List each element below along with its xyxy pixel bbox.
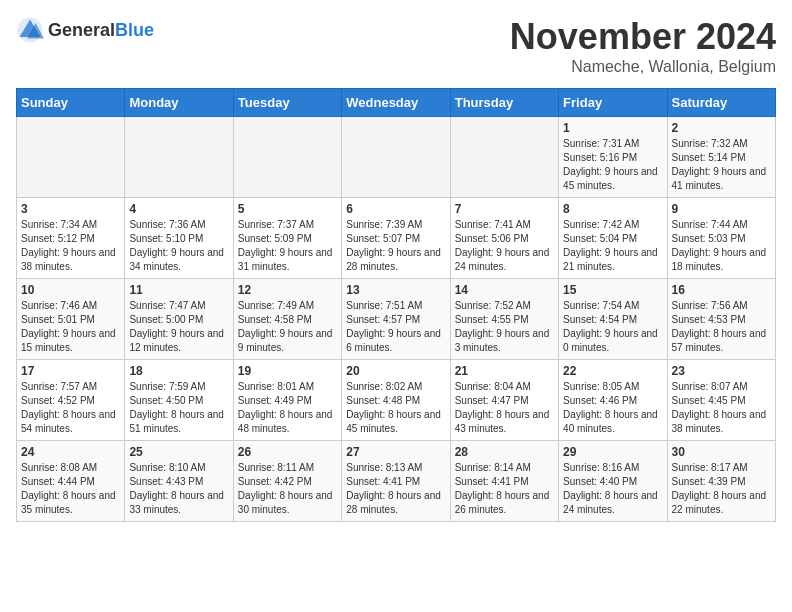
day-cell — [125, 117, 233, 198]
day-cell: 3Sunrise: 7:34 AM Sunset: 5:12 PM Daylig… — [17, 198, 125, 279]
day-cell: 23Sunrise: 8:07 AM Sunset: 4:45 PM Dayli… — [667, 360, 775, 441]
header-monday: Monday — [125, 89, 233, 117]
day-number: 14 — [455, 283, 554, 297]
day-number: 23 — [672, 364, 771, 378]
day-info: Sunrise: 7:52 AM Sunset: 4:55 PM Dayligh… — [455, 299, 554, 355]
day-number: 17 — [21, 364, 120, 378]
day-cell: 15Sunrise: 7:54 AM Sunset: 4:54 PM Dayli… — [559, 279, 667, 360]
day-cell: 8Sunrise: 7:42 AM Sunset: 5:04 PM Daylig… — [559, 198, 667, 279]
day-cell: 2Sunrise: 7:32 AM Sunset: 5:14 PM Daylig… — [667, 117, 775, 198]
day-cell: 14Sunrise: 7:52 AM Sunset: 4:55 PM Dayli… — [450, 279, 558, 360]
day-number: 25 — [129, 445, 228, 459]
day-info: Sunrise: 7:32 AM Sunset: 5:14 PM Dayligh… — [672, 137, 771, 193]
day-cell: 19Sunrise: 8:01 AM Sunset: 4:49 PM Dayli… — [233, 360, 341, 441]
page-header: GeneralBlue November 2024 Nameche, Wallo… — [16, 16, 776, 76]
day-number: 19 — [238, 364, 337, 378]
day-number: 26 — [238, 445, 337, 459]
day-number: 9 — [672, 202, 771, 216]
day-cell: 5Sunrise: 7:37 AM Sunset: 5:09 PM Daylig… — [233, 198, 341, 279]
day-info: Sunrise: 7:57 AM Sunset: 4:52 PM Dayligh… — [21, 380, 120, 436]
day-cell: 30Sunrise: 8:17 AM Sunset: 4:39 PM Dayli… — [667, 441, 775, 522]
day-info: Sunrise: 7:49 AM Sunset: 4:58 PM Dayligh… — [238, 299, 337, 355]
day-number: 5 — [238, 202, 337, 216]
day-info: Sunrise: 7:42 AM Sunset: 5:04 PM Dayligh… — [563, 218, 662, 274]
day-number: 20 — [346, 364, 445, 378]
logo-icon — [16, 16, 44, 44]
day-cell: 21Sunrise: 8:04 AM Sunset: 4:47 PM Dayli… — [450, 360, 558, 441]
header-thursday: Thursday — [450, 89, 558, 117]
header-sunday: Sunday — [17, 89, 125, 117]
day-info: Sunrise: 8:08 AM Sunset: 4:44 PM Dayligh… — [21, 461, 120, 517]
day-cell — [450, 117, 558, 198]
day-info: Sunrise: 7:39 AM Sunset: 5:07 PM Dayligh… — [346, 218, 445, 274]
day-number: 27 — [346, 445, 445, 459]
day-info: Sunrise: 8:02 AM Sunset: 4:48 PM Dayligh… — [346, 380, 445, 436]
logo: GeneralBlue — [16, 16, 154, 44]
day-info: Sunrise: 8:07 AM Sunset: 4:45 PM Dayligh… — [672, 380, 771, 436]
day-info: Sunrise: 8:04 AM Sunset: 4:47 PM Dayligh… — [455, 380, 554, 436]
header-wednesday: Wednesday — [342, 89, 450, 117]
calendar-table: SundayMondayTuesdayWednesdayThursdayFrid… — [16, 88, 776, 522]
header-tuesday: Tuesday — [233, 89, 341, 117]
day-info: Sunrise: 7:56 AM Sunset: 4:53 PM Dayligh… — [672, 299, 771, 355]
day-info: Sunrise: 7:44 AM Sunset: 5:03 PM Dayligh… — [672, 218, 771, 274]
day-number: 22 — [563, 364, 662, 378]
week-row-0: 1Sunrise: 7:31 AM Sunset: 5:16 PM Daylig… — [17, 117, 776, 198]
day-number: 28 — [455, 445, 554, 459]
day-cell: 24Sunrise: 8:08 AM Sunset: 4:44 PM Dayli… — [17, 441, 125, 522]
day-cell — [233, 117, 341, 198]
day-cell — [342, 117, 450, 198]
day-number: 11 — [129, 283, 228, 297]
day-number: 3 — [21, 202, 120, 216]
day-cell: 17Sunrise: 7:57 AM Sunset: 4:52 PM Dayli… — [17, 360, 125, 441]
day-info: Sunrise: 8:05 AM Sunset: 4:46 PM Dayligh… — [563, 380, 662, 436]
day-cell: 11Sunrise: 7:47 AM Sunset: 5:00 PM Dayli… — [125, 279, 233, 360]
day-info: Sunrise: 8:13 AM Sunset: 4:41 PM Dayligh… — [346, 461, 445, 517]
week-row-2: 10Sunrise: 7:46 AM Sunset: 5:01 PM Dayli… — [17, 279, 776, 360]
calendar-title: November 2024 — [510, 16, 776, 58]
calendar-header: SundayMondayTuesdayWednesdayThursdayFrid… — [17, 89, 776, 117]
day-cell: 9Sunrise: 7:44 AM Sunset: 5:03 PM Daylig… — [667, 198, 775, 279]
day-info: Sunrise: 7:51 AM Sunset: 4:57 PM Dayligh… — [346, 299, 445, 355]
day-cell: 10Sunrise: 7:46 AM Sunset: 5:01 PM Dayli… — [17, 279, 125, 360]
day-info: Sunrise: 8:16 AM Sunset: 4:40 PM Dayligh… — [563, 461, 662, 517]
day-cell: 29Sunrise: 8:16 AM Sunset: 4:40 PM Dayli… — [559, 441, 667, 522]
day-number: 18 — [129, 364, 228, 378]
day-info: Sunrise: 7:47 AM Sunset: 5:00 PM Dayligh… — [129, 299, 228, 355]
day-info: Sunrise: 8:11 AM Sunset: 4:42 PM Dayligh… — [238, 461, 337, 517]
day-number: 15 — [563, 283, 662, 297]
day-cell: 12Sunrise: 7:49 AM Sunset: 4:58 PM Dayli… — [233, 279, 341, 360]
day-number: 16 — [672, 283, 771, 297]
day-info: Sunrise: 7:59 AM Sunset: 4:50 PM Dayligh… — [129, 380, 228, 436]
day-number: 12 — [238, 283, 337, 297]
day-info: Sunrise: 7:34 AM Sunset: 5:12 PM Dayligh… — [21, 218, 120, 274]
day-info: Sunrise: 7:31 AM Sunset: 5:16 PM Dayligh… — [563, 137, 662, 193]
day-cell: 20Sunrise: 8:02 AM Sunset: 4:48 PM Dayli… — [342, 360, 450, 441]
day-cell: 28Sunrise: 8:14 AM Sunset: 4:41 PM Dayli… — [450, 441, 558, 522]
calendar-subtitle: Nameche, Wallonia, Belgium — [510, 58, 776, 76]
day-info: Sunrise: 8:10 AM Sunset: 4:43 PM Dayligh… — [129, 461, 228, 517]
day-cell: 1Sunrise: 7:31 AM Sunset: 5:16 PM Daylig… — [559, 117, 667, 198]
day-cell — [17, 117, 125, 198]
day-number: 2 — [672, 121, 771, 135]
day-info: Sunrise: 7:36 AM Sunset: 5:10 PM Dayligh… — [129, 218, 228, 274]
day-number: 4 — [129, 202, 228, 216]
header-row: SundayMondayTuesdayWednesdayThursdayFrid… — [17, 89, 776, 117]
calendar-body: 1Sunrise: 7:31 AM Sunset: 5:16 PM Daylig… — [17, 117, 776, 522]
day-info: Sunrise: 7:37 AM Sunset: 5:09 PM Dayligh… — [238, 218, 337, 274]
week-row-4: 24Sunrise: 8:08 AM Sunset: 4:44 PM Dayli… — [17, 441, 776, 522]
day-cell: 22Sunrise: 8:05 AM Sunset: 4:46 PM Dayli… — [559, 360, 667, 441]
logo-general: General — [48, 20, 115, 40]
day-cell: 27Sunrise: 8:13 AM Sunset: 4:41 PM Dayli… — [342, 441, 450, 522]
day-number: 10 — [21, 283, 120, 297]
day-cell: 13Sunrise: 7:51 AM Sunset: 4:57 PM Dayli… — [342, 279, 450, 360]
day-number: 21 — [455, 364, 554, 378]
day-number: 6 — [346, 202, 445, 216]
day-info: Sunrise: 7:41 AM Sunset: 5:06 PM Dayligh… — [455, 218, 554, 274]
day-info: Sunrise: 7:54 AM Sunset: 4:54 PM Dayligh… — [563, 299, 662, 355]
header-saturday: Saturday — [667, 89, 775, 117]
day-info: Sunrise: 8:17 AM Sunset: 4:39 PM Dayligh… — [672, 461, 771, 517]
logo-blue: Blue — [115, 20, 154, 40]
day-number: 1 — [563, 121, 662, 135]
day-cell: 7Sunrise: 7:41 AM Sunset: 5:06 PM Daylig… — [450, 198, 558, 279]
